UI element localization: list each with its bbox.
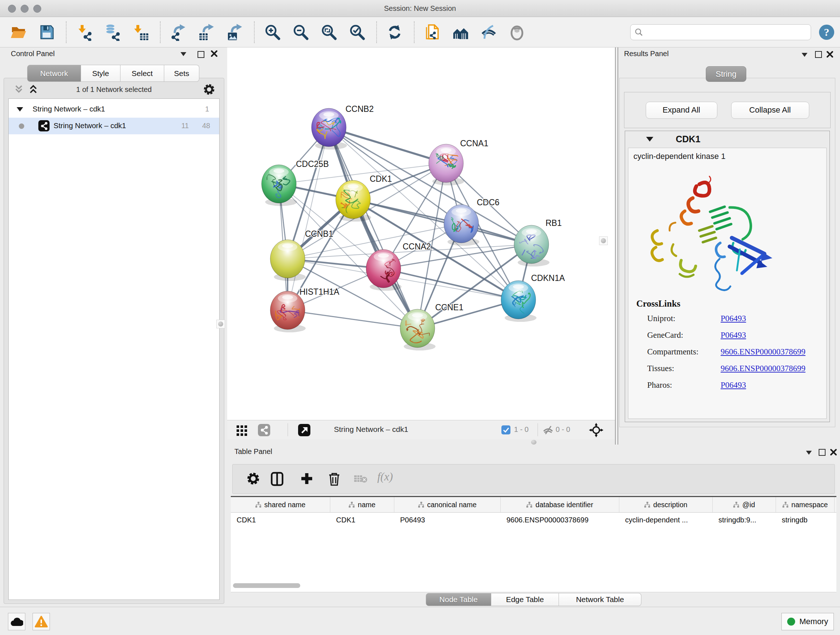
column-header-namespace[interactable]: namespace [776, 497, 835, 512]
panel-menu-button[interactable] [180, 51, 186, 57]
network-edge-ccnb2-ccne1[interactable] [329, 127, 417, 328]
tab-network[interactable]: Network [27, 65, 81, 82]
cloud-status-button[interactable] [8, 613, 25, 630]
network-overview-button[interactable] [452, 21, 470, 43]
grid-view-button[interactable] [236, 424, 248, 438]
crosslink-link[interactable]: P06493 [721, 314, 746, 323]
collapse-triangle-icon[interactable] [17, 107, 23, 111]
network-node-cdkn1a[interactable] [501, 280, 536, 319]
table-row[interactable]: CDK1CDK1P064939606.ENSP00000378699cyclin… [231, 513, 836, 529]
delete-table-button[interactable] [354, 475, 368, 486]
selected-checkbox-icon[interactable] [501, 425, 510, 436]
vertical-divider[interactable] [615, 48, 618, 445]
column-header-name[interactable]: name [330, 497, 394, 512]
network-edge-cdk1-rb1[interactable] [353, 200, 531, 244]
column-header-canonical-name[interactable]: canonical name [394, 497, 501, 512]
memory-button[interactable]: Memory [782, 613, 834, 630]
save-session-button[interactable] [38, 21, 56, 43]
export-image-button[interactable] [226, 21, 244, 43]
tab-sets[interactable]: Sets [164, 65, 199, 82]
table-cell[interactable]: cyclin-dependent ... [619, 513, 713, 529]
network-node-cdc25b[interactable] [262, 165, 296, 203]
network-collection-row[interactable]: String Network – cdk1 1 [9, 101, 219, 118]
show-all-button[interactable] [508, 21, 526, 43]
table-cell[interactable]: 9606.ENSP00000378699 [501, 513, 619, 529]
refresh-button[interactable] [386, 21, 404, 43]
right-splitter-handle[interactable] [599, 236, 608, 245]
hidden-eye-icon[interactable] [543, 425, 554, 437]
import-table-button[interactable] [132, 21, 150, 43]
crosslink-link[interactable]: P06493 [721, 331, 746, 340]
network-edge-ccnb2-hist1h1a[interactable] [287, 127, 329, 310]
tab-network-table[interactable]: Network Table [559, 593, 641, 606]
network-node-rb1[interactable] [514, 225, 549, 264]
network-node-ccne1[interactable] [400, 309, 435, 348]
import-network-database-button[interactable] [103, 21, 122, 43]
network-view-button[interactable] [258, 424, 270, 438]
network-node-ccna2[interactable] [366, 249, 401, 288]
network-options-button[interactable] [203, 83, 215, 97]
export-network-button[interactable] [169, 21, 187, 43]
table-cell[interactable]: P06493 [394, 513, 501, 529]
column-header-database-identifier[interactable]: database identifier [501, 497, 619, 512]
zoom-fit-button[interactable] [320, 21, 338, 43]
create-column-button[interactable] [300, 472, 314, 487]
tab-string[interactable]: String [706, 66, 746, 82]
zoom-in-button[interactable] [264, 21, 281, 43]
network-node-ccna1[interactable] [429, 144, 463, 182]
annotation-button[interactable] [423, 21, 441, 43]
network-graph[interactable]: CCNB2CCNA1CDC25BCDK1CDC6RB1CCNB1CCNA2CDK… [227, 48, 615, 420]
panel-float-button[interactable] [815, 51, 822, 59]
network-node-cdk1[interactable] [336, 180, 370, 219]
table-cell[interactable]: CDK1 [330, 513, 394, 529]
network-canvas[interactable]: CCNB2CCNA1CDC25BCDK1CDC6RB1CCNB1CCNA2CDK… [227, 48, 615, 420]
delete-column-button[interactable] [327, 472, 341, 488]
expand-all-button[interactable]: Expand All [646, 102, 717, 119]
crosslink-link[interactable]: 9606.ENSP00000378699 [721, 347, 806, 356]
table-cell[interactable]: stringdb [776, 513, 835, 529]
tab-select[interactable]: Select [120, 65, 164, 82]
network-edge-hist1h1a-ccne1[interactable] [287, 310, 417, 328]
zoom-selected-button[interactable] [348, 21, 366, 43]
crosslink-link[interactable]: P06493 [721, 380, 746, 390]
panel-menu-button[interactable] [806, 450, 812, 456]
open-session-button[interactable] [9, 21, 27, 43]
crosslink-link[interactable]: 9606.ENSP00000378699 [721, 364, 806, 373]
table-options-button[interactable] [246, 472, 260, 487]
panel-close-button[interactable] [826, 51, 834, 59]
import-network-file-button[interactable] [75, 21, 93, 43]
panel-close-button[interactable] [830, 448, 837, 457]
column-header-description[interactable]: description [619, 497, 713, 512]
panel-float-button[interactable] [819, 449, 826, 457]
export-table-button[interactable] [197, 21, 216, 43]
help-button[interactable]: ? [818, 24, 835, 41]
tab-style[interactable]: Style [81, 65, 120, 82]
column-header--id[interactable]: @id [713, 497, 776, 512]
tab-node-table[interactable]: Node Table [426, 593, 491, 606]
network-node-ccnb1[interactable] [270, 240, 305, 278]
left-splitter-handle[interactable] [216, 320, 225, 328]
collapse-all-button[interactable]: Collapse All [731, 102, 809, 119]
fit-selected-button[interactable] [589, 423, 603, 439]
search-input[interactable] [644, 27, 807, 36]
table-cell[interactable]: CDK1 [231, 513, 330, 529]
function-builder-button[interactable]: f(x) [377, 470, 393, 483]
hide-selected-button[interactable] [480, 21, 498, 43]
horizontal-scrollbar[interactable] [233, 583, 300, 588]
network-row-selected[interactable]: String Network – cdk1 11 48 [9, 118, 219, 134]
tab-edge-table[interactable]: Edge Table [491, 593, 559, 606]
birdseye-view-button[interactable] [298, 424, 310, 438]
panel-menu-button[interactable] [802, 52, 807, 58]
panel-float-button[interactable] [197, 51, 204, 59]
section-collapse-triangle-icon[interactable] [646, 137, 653, 141]
warnings-button[interactable] [33, 613, 50, 630]
zoom-out-button[interactable] [292, 21, 309, 43]
column-header-shared-name[interactable]: shared name [231, 497, 330, 512]
table-cell[interactable]: stringdb:9... [713, 513, 776, 529]
network-node-cdc6[interactable] [444, 204, 478, 243]
network-node-hist1h1a[interactable] [270, 291, 305, 329]
show-columns-button[interactable] [270, 472, 285, 488]
network-node-ccnb2[interactable] [311, 108, 346, 147]
panel-close-button[interactable] [210, 50, 218, 59]
eye-icon [508, 24, 526, 41]
